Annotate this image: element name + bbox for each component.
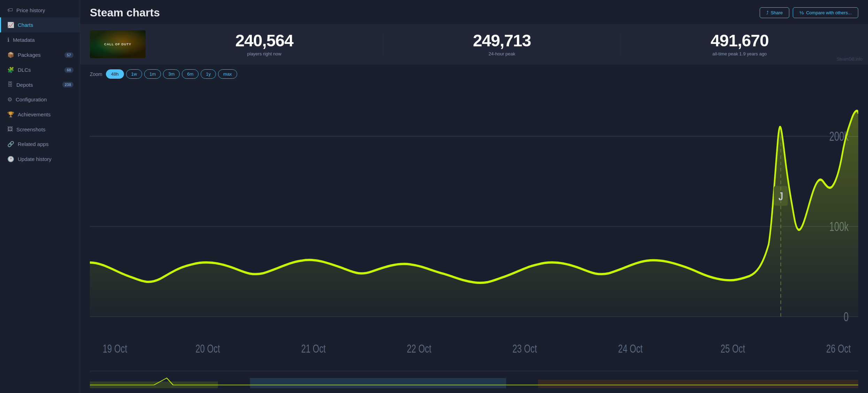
zoom-btn-1y[interactable]: 1y [201, 69, 216, 79]
svg-rect-20 [250, 378, 506, 388]
depots-icon: 🗄 [7, 82, 13, 88]
depots-badge: 238 [62, 82, 73, 87]
svg-text:22 Oct: 22 Oct [407, 342, 431, 355]
sidebar-item-price-history[interactable]: 🏷Price history [0, 3, 80, 17]
svg-text:25 Oct: 25 Oct [721, 342, 745, 355]
sidebar-item-depots[interactable]: 🗄Depots238 [0, 77, 80, 92]
dlcs-badge: 68 [64, 67, 73, 73]
svg-text:21 Oct: 21 Oct [301, 342, 326, 355]
svg-text:19 Oct: 19 Oct [103, 342, 127, 355]
dlcs-label: DLCs [18, 67, 61, 73]
page-title: Steam charts [90, 6, 160, 19]
players-now-value: 240,564 [153, 32, 376, 49]
compare-label: Compare with others... [806, 10, 852, 15]
screenshots-icon: 🖼 [7, 126, 13, 132]
charts-label: Charts [18, 22, 73, 28]
svg-text:26 Oct: 26 Oct [826, 342, 851, 355]
game-logo: CALL OF DUTY [104, 43, 131, 46]
related-apps-label: Related apps [18, 141, 73, 147]
achievements-icon: 🏆 [7, 111, 14, 118]
depots-label: Depots [16, 82, 59, 88]
svg-rect-21 [538, 380, 858, 388]
watermark: SteamDB.info [837, 57, 862, 62]
configuration-icon: ⚙ [7, 96, 12, 103]
all-time-peak-label: all-time peak 1.9 years ago [628, 51, 851, 56]
sidebar-item-screenshots[interactable]: 🖼Screenshots [0, 122, 80, 137]
chart-section: Zoom 48h1w1m3m6m1ymax 200k 100k 0 [80, 64, 868, 393]
chart-container: 200k 100k 0 19 Oct 20 Oct 21 Oct [90, 82, 858, 371]
charts-icon: 📈 [7, 22, 14, 28]
zoom-btn-1w[interactable]: 1w [126, 69, 142, 79]
zoom-controls: Zoom 48h1w1m3m6m1ymax [90, 69, 858, 79]
main-chart: 200k 100k 0 19 Oct 20 Oct 21 Oct [90, 82, 858, 371]
share-button[interactable]: ⤴ Share [760, 7, 790, 18]
sidebar-item-metadata[interactable]: ℹMetadata [0, 32, 80, 47]
zoom-btn-48h[interactable]: 48h [106, 69, 124, 79]
update-history-label: Update history [18, 156, 73, 162]
svg-rect-19 [90, 382, 218, 388]
main-content: Steam charts ⤴ Share ⅓ Compare with othe… [80, 0, 868, 393]
sidebar-item-packages[interactable]: 📦Packages57 [0, 47, 80, 62]
achievements-label: Achievements [18, 111, 73, 117]
zoom-btn-6m[interactable]: 6m [182, 69, 199, 79]
share-icon: ⤴ [766, 10, 769, 15]
screenshots-label: Screenshots [16, 126, 73, 132]
stats-banner: CALL OF DUTY 240,564 players right now 2… [80, 24, 868, 64]
header-actions: ⤴ Share ⅓ Compare with others... [760, 7, 858, 18]
share-label: Share [771, 10, 783, 15]
metadata-icon: ℹ [7, 37, 9, 43]
related-apps-icon: 🔗 [7, 141, 14, 147]
zoom-btn-1m[interactable]: 1m [144, 69, 161, 79]
update-history-icon: 🕐 [7, 156, 14, 162]
zoom-btn-3m[interactable]: 3m [163, 69, 180, 79]
peak-24h-label: 24-hour peak [390, 51, 613, 56]
mini-chart [90, 371, 858, 388]
sidebar: 🏷Price history📈ChartsℹMetadata📦Packages5… [0, 0, 80, 393]
price-history-label: Price history [16, 7, 73, 13]
dlcs-icon: 🧩 [7, 67, 14, 73]
packages-badge: 57 [64, 52, 73, 58]
peak-24h-block: 249,713 24-hour peak [383, 32, 620, 56]
sidebar-item-charts[interactable]: 📈Charts [0, 17, 80, 32]
all-time-peak-block: 491,670 all-time peak 1.9 years ago [621, 32, 858, 56]
price-history-icon: 🏷 [7, 7, 13, 13]
zoom-btn-max[interactable]: max [218, 69, 237, 79]
compare-button[interactable]: ⅓ Compare with others... [793, 7, 858, 18]
metadata-label: Metadata [13, 37, 73, 43]
packages-label: Packages [18, 52, 61, 58]
peak-24h-value: 249,713 [390, 32, 613, 49]
sidebar-item-related-apps[interactable]: 🔗Related apps [0, 137, 80, 152]
game-thumbnail: CALL OF DUTY [90, 30, 146, 58]
players-now-label: players right now [153, 51, 376, 56]
sidebar-item-update-history[interactable]: 🕐Update history [0, 152, 80, 167]
sidebar-item-achievements[interactable]: 🏆Achievements [0, 107, 80, 122]
svg-text:20 Oct: 20 Oct [195, 342, 220, 355]
zoom-label: Zoom [90, 71, 102, 77]
sidebar-item-dlcs[interactable]: 🧩DLCs68 [0, 62, 80, 77]
packages-icon: 📦 [7, 52, 14, 58]
compare-icon: ⅓ [799, 10, 804, 15]
configuration-label: Configuration [16, 97, 73, 102]
svg-text:24 Oct: 24 Oct [618, 342, 643, 355]
page-header: Steam charts ⤴ Share ⅓ Compare with othe… [80, 0, 868, 24]
all-time-peak-value: 491,670 [628, 32, 851, 49]
players-now-block: 240,564 players right now [146, 32, 383, 56]
sidebar-item-configuration[interactable]: ⚙Configuration [0, 92, 80, 107]
svg-text:23 Oct: 23 Oct [512, 342, 537, 355]
